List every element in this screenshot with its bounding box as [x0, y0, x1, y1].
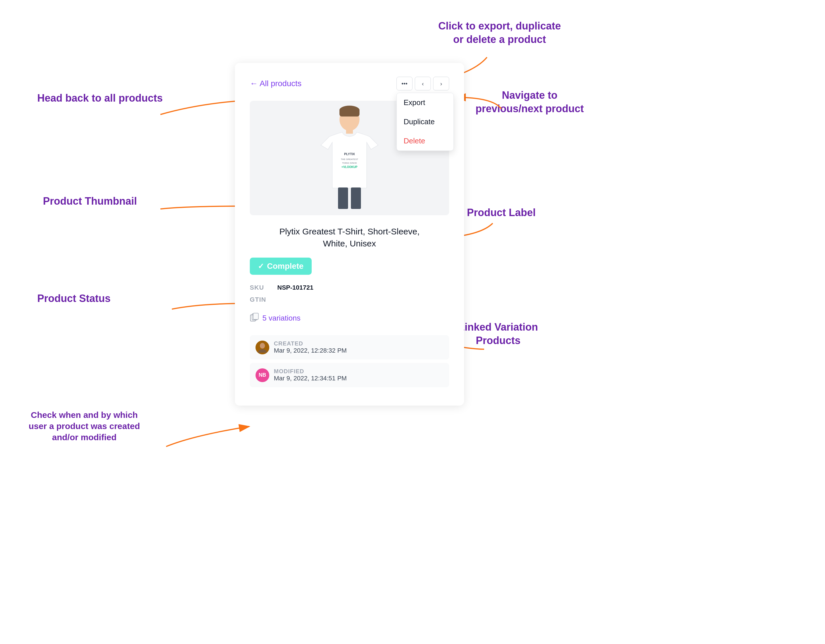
annotation-product-status: Product Status — [37, 292, 111, 305]
variations-icon — [250, 313, 259, 324]
svg-rect-7 — [338, 188, 348, 209]
svg-rect-10 — [340, 108, 360, 117]
back-to-products-link[interactable]: ← All products — [250, 79, 302, 88]
variations-link[interactable]: 5 variations — [263, 314, 300, 323]
svg-rect-2 — [346, 128, 353, 134]
delete-menu-item[interactable]: Delete — [397, 131, 453, 151]
svg-point-15 — [260, 343, 265, 349]
annotation-head-back: Head back to all products — [37, 92, 163, 105]
status-label: Complete — [267, 262, 304, 271]
check-icon: ✓ — [258, 262, 264, 271]
created-activity-row: CREATED Mar 9, 2022, 12:28:32 PM — [250, 335, 449, 359]
duplicate-menu-item[interactable]: Duplicate — [397, 112, 453, 131]
sku-value: NSP-101721 — [277, 284, 314, 291]
chevron-left-icon: ‹ — [422, 80, 424, 87]
sku-section: SKU NSP-101721 GTIN — [250, 284, 449, 304]
svg-text:=VLOOKUP: =VLOOKUP — [341, 165, 357, 169]
annotation-linked-variation: Linked VariationProducts — [458, 320, 538, 347]
status-badge[interactable]: ✓ Complete — [250, 257, 449, 284]
product-card: ← All products ••• ‹ › Export Duplicate … — [235, 63, 464, 405]
svg-rect-13 — [253, 313, 258, 319]
modified-info: MODIFIED Mar 9, 2022, 12:34:51 PM — [274, 368, 347, 382]
sku-label: SKU — [250, 284, 273, 291]
created-label: CREATED — [274, 340, 347, 347]
annotation-click-export: Click to export, duplicateor delete a pr… — [438, 20, 561, 46]
export-menu-item[interactable]: Export — [397, 93, 453, 112]
annotation-product-label: Product Label — [467, 206, 536, 220]
annotation-navigate: Navigate toprevious/next product — [476, 89, 584, 116]
more-options-button[interactable]: ••• — [397, 77, 412, 91]
svg-text:PLYTIX: PLYTIX — [344, 152, 355, 156]
header-actions: ••• ‹ › Export Duplicate Delete — [397, 77, 449, 91]
svg-text:THING SINCE: THING SINCE — [342, 162, 357, 164]
modified-label: MODIFIED — [274, 368, 347, 375]
modified-initials: NB — [259, 372, 266, 378]
created-info: CREATED Mar 9, 2022, 12:28:32 PM — [274, 340, 347, 354]
annotation-check-created: Check when and by whichuser a product wa… — [29, 409, 140, 443]
tshirt-image: PLYTIX THE GREATEST THING SINCE =VLOOKUP — [312, 105, 387, 211]
more-icon: ••• — [401, 80, 407, 87]
product-name: Plytix Greatest T-Shirt, Short-Sleeve,Wh… — [250, 225, 449, 250]
modified-date: Mar 9, 2022, 12:34:51 PM — [274, 375, 347, 382]
annotation-product-thumbnail: Product Thumbnail — [43, 195, 137, 208]
created-avatar — [255, 340, 269, 354]
created-date: Mar 9, 2022, 12:28:32 PM — [274, 347, 347, 354]
svg-rect-8 — [351, 188, 361, 209]
modified-avatar: NB — [255, 368, 269, 382]
dropdown-menu: Export Duplicate Delete — [397, 93, 454, 151]
next-product-button[interactable]: › — [433, 77, 449, 91]
svg-text:THE GREATEST: THE GREATEST — [341, 158, 358, 160]
prev-product-button[interactable]: ‹ — [415, 77, 431, 91]
chevron-right-icon: › — [440, 80, 442, 87]
card-header: ← All products ••• ‹ › Export Duplicate … — [250, 77, 449, 91]
gtin-label: GTIN — [250, 296, 273, 304]
variations-row: 5 variations — [250, 309, 449, 327]
modified-activity-row: NB MODIFIED Mar 9, 2022, 12:34:51 PM — [250, 363, 449, 387]
